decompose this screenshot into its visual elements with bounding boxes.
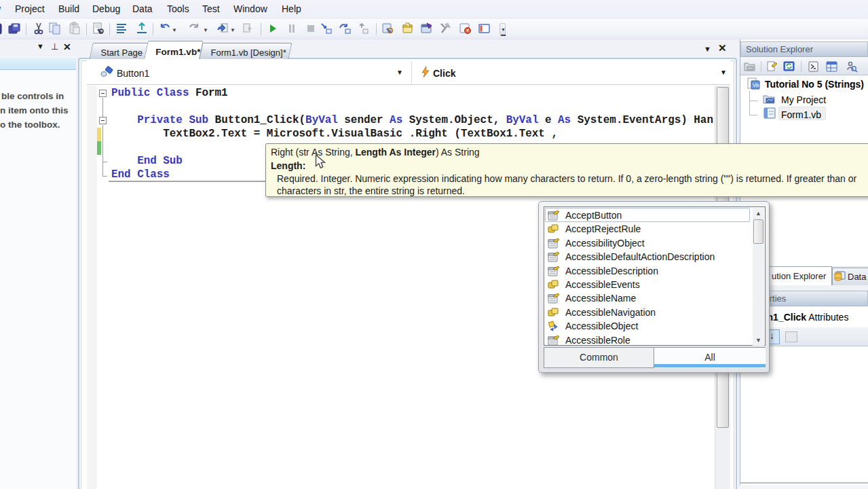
svg-text:Vb: Vb: [753, 82, 759, 88]
